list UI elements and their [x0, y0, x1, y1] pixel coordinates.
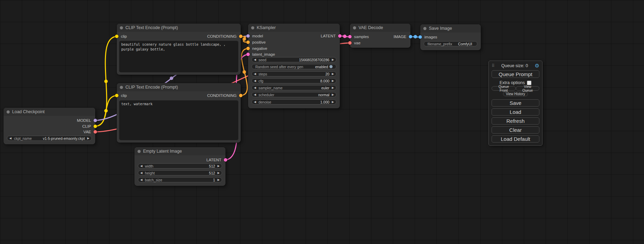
- collapse-dot-icon[interactable]: [251, 26, 254, 29]
- negative-prompt-textarea[interactable]: text, watermark: [119, 100, 238, 140]
- slot-negative-input[interactable]: negative: [246, 46, 267, 51]
- increment-arrow-icon[interactable]: ▶: [332, 93, 334, 96]
- collapse-dot-icon[interactable]: [353, 26, 356, 29]
- decrement-arrow-icon[interactable]: ◀: [140, 172, 142, 174]
- widget-seed[interactable]: ◀ seed 156680208700286 ▶: [252, 57, 336, 62]
- slot-model-input[interactable]: model: [246, 34, 263, 38]
- widget-steps[interactable]: ◀ steps 20 ▶: [252, 71, 336, 76]
- decrement-arrow-icon[interactable]: ◀: [254, 58, 256, 61]
- view-history-button[interactable]: View History: [503, 92, 528, 96]
- settings-gear-icon[interactable]: ⚙: [535, 63, 539, 69]
- widget-width[interactable]: ◀ width 512 ▶: [138, 163, 222, 169]
- slot-images-input[interactable]: images: [418, 35, 437, 39]
- slot-samples-input[interactable]: samples: [348, 34, 369, 39]
- widget-scheduler[interactable]: ◀ scheduler normal ▶: [252, 92, 336, 97]
- slot-model-output[interactable]: MODEL: [77, 118, 97, 123]
- slot-conditioning-output[interactable]: CONDITIONING: [207, 34, 242, 39]
- node-graph-canvas[interactable]: Load Checkpoint MODEL CLIP VAE ◀ ckpt_na…: [0, 0, 644, 244]
- widget-filename-prefix[interactable]: filename_prefix ComfyUI: [424, 41, 477, 46]
- node-title-bar[interactable]: KSampler: [248, 24, 340, 32]
- collapse-dot-icon[interactable]: [7, 110, 10, 114]
- conditioning-slot-dot-icon[interactable]: [239, 94, 242, 97]
- node-vae-decode[interactable]: VAE Decode samples vae IMAGE: [350, 24, 411, 48]
- node-title-bar[interactable]: VAE Decode: [350, 24, 411, 32]
- increment-arrow-icon[interactable]: ▶: [332, 58, 334, 61]
- node-title-bar[interactable]: Load Checkpoint: [3, 108, 95, 116]
- increment-arrow-icon[interactable]: ▶: [332, 101, 334, 103]
- save-button[interactable]: Save: [492, 99, 539, 107]
- decrement-arrow-icon[interactable]: ◀: [9, 137, 11, 140]
- slot-latent-output[interactable]: LATENT: [206, 157, 227, 162]
- decrement-arrow-icon[interactable]: ◀: [140, 165, 142, 168]
- slot-latent-output[interactable]: LATENT: [321, 34, 342, 38]
- model-slot-dot-icon[interactable]: [94, 119, 97, 122]
- drag-handle-icon[interactable]: ⠿: [492, 63, 495, 68]
- increment-arrow-icon[interactable]: ▶: [218, 172, 220, 174]
- increment-arrow-icon[interactable]: ▶: [332, 73, 334, 75]
- model-slot-dot-icon[interactable]: [246, 34, 250, 38]
- node-empty-latent-image[interactable]: Empty Latent Image LATENT ◀ width 512 ▶ …: [134, 147, 226, 186]
- slot-positive-input[interactable]: positive: [246, 40, 266, 45]
- node-ksampler[interactable]: KSampler model positive negative latent_…: [248, 24, 340, 108]
- latent-slot-dot-icon[interactable]: [224, 158, 227, 162]
- conditioning-slot-dot-icon[interactable]: [239, 35, 242, 38]
- node-title-bar[interactable]: CLIP Text Encode (Prompt): [117, 24, 241, 32]
- conditioning-slot-dot-icon[interactable]: [246, 40, 250, 44]
- slot-latent-image-input[interactable]: latent_image: [246, 52, 275, 57]
- node-clip-text-encode-negative[interactable]: CLIP Text Encode (Prompt) clip CONDITION…: [117, 83, 241, 143]
- slot-conditioning-output[interactable]: CONDITIONING: [207, 93, 242, 98]
- clip-slot-dot-icon[interactable]: [115, 94, 118, 97]
- widget-random-seed-toggle[interactable]: Random seed after every gen enabled: [252, 64, 336, 69]
- slot-image-output[interactable]: IMAGE: [394, 34, 412, 39]
- refresh-button[interactable]: Refresh: [492, 117, 539, 125]
- clip-slot-dot-icon[interactable]: [94, 125, 97, 128]
- image-slot-dot-icon[interactable]: [409, 35, 412, 38]
- widget-denoise[interactable]: ◀ denoise 1.000 ▶: [252, 99, 336, 105]
- increment-arrow-icon[interactable]: ▶: [218, 165, 220, 168]
- node-title-bar[interactable]: Empty Latent Image: [134, 147, 226, 155]
- load-button[interactable]: Load: [492, 108, 539, 116]
- slot-clip-output[interactable]: CLIP: [82, 124, 97, 129]
- decrement-arrow-icon[interactable]: ◀: [254, 93, 256, 96]
- widget-height[interactable]: ◀ height 512 ▶: [138, 170, 222, 175]
- clip-slot-dot-icon[interactable]: [115, 35, 118, 38]
- collapse-dot-icon[interactable]: [120, 86, 123, 89]
- node-save-image[interactable]: Save Image images filename_prefix ComfyU…: [420, 24, 481, 50]
- slot-clip-input[interactable]: clip: [115, 34, 127, 39]
- latent-slot-dot-icon[interactable]: [348, 35, 352, 38]
- node-clip-text-encode-positive[interactable]: CLIP Text Encode (Prompt) clip CONDITION…: [117, 24, 241, 75]
- increment-arrow-icon[interactable]: ▶: [87, 137, 89, 140]
- view-queue-button[interactable]: View Queue: [516, 86, 539, 91]
- widget-batch-size[interactable]: ◀ batch_size 1 ▶: [138, 177, 222, 182]
- node-title-bar[interactable]: Save Image: [420, 24, 481, 33]
- vae-slot-dot-icon[interactable]: [348, 41, 352, 45]
- collapse-dot-icon[interactable]: [423, 27, 426, 30]
- conditioning-slot-dot-icon[interactable]: [246, 47, 250, 50]
- node-title-bar[interactable]: CLIP Text Encode (Prompt): [117, 83, 241, 91]
- increment-arrow-icon[interactable]: ▶: [332, 80, 334, 82]
- decrement-arrow-icon[interactable]: ◀: [254, 87, 256, 89]
- vae-slot-dot-icon[interactable]: [94, 130, 97, 134]
- latent-slot-dot-icon[interactable]: [338, 34, 342, 38]
- decrement-arrow-icon[interactable]: ◀: [140, 179, 142, 181]
- toggle-knob-icon[interactable]: [329, 65, 333, 68]
- increment-arrow-icon[interactable]: ▶: [218, 179, 220, 181]
- decrement-arrow-icon[interactable]: ◀: [254, 101, 256, 103]
- widget-cfg[interactable]: ◀ cfg 8.000 ▶: [252, 78, 336, 83]
- widget-sampler-name[interactable]: ◀ sampler_name euler ▶: [252, 85, 336, 90]
- decrement-arrow-icon[interactable]: ◀: [254, 80, 256, 82]
- node-load-checkpoint[interactable]: Load Checkpoint MODEL CLIP VAE ◀ ckpt_na…: [3, 108, 95, 144]
- queue-front-button[interactable]: Queue Front: [492, 86, 516, 91]
- slot-clip-input[interactable]: clip: [115, 93, 127, 98]
- slot-vae-output[interactable]: VAE: [83, 129, 97, 134]
- positive-prompt-textarea[interactable]: beautiful scenery nature glass bottle la…: [119, 41, 238, 72]
- widget-ckpt-name[interactable]: ◀ ckpt_name v1-5-pruned-emaonly.ckpt ▶: [7, 136, 92, 141]
- load-default-button[interactable]: Load Default: [492, 135, 539, 143]
- queue-prompt-button[interactable]: Queue Prompt: [492, 70, 539, 78]
- collapse-dot-icon[interactable]: [120, 26, 123, 29]
- clear-button[interactable]: Clear: [492, 126, 539, 134]
- decrement-arrow-icon[interactable]: ◀: [254, 73, 256, 75]
- increment-arrow-icon[interactable]: ▶: [332, 87, 334, 89]
- slot-vae-input[interactable]: vae: [348, 40, 361, 45]
- collapse-dot-icon[interactable]: [138, 150, 141, 153]
